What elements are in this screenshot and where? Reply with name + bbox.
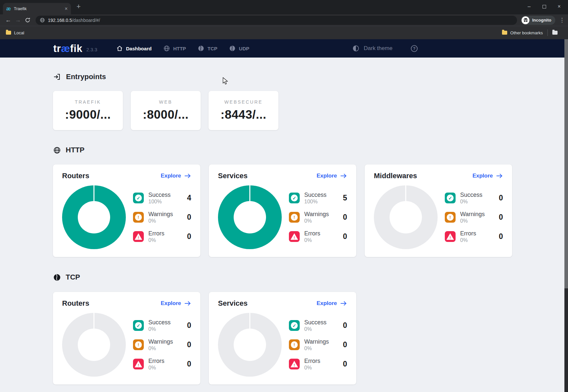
back-icon[interactable]: ← <box>3 17 13 24</box>
http-services-card: Services Explore ✓ Success100% 5 <box>209 164 356 257</box>
nav-http[interactable]: HTTP <box>163 45 186 52</box>
legend-value: 0 <box>499 213 503 222</box>
reading-list-folder-icon[interactable] <box>552 31 558 35</box>
http-section-heading: HTTP <box>53 146 84 154</box>
url-bar[interactable]: 192.168.0.5/dashboard/#/ <box>36 16 517 25</box>
theme-contrast-icon[interactable] <box>352 45 359 52</box>
legend-label: Warnings <box>148 211 173 218</box>
url-path: /dashboard/#/ <box>72 18 100 23</box>
legend-row-errors: ! Errors0% 0 <box>133 230 191 243</box>
legend-value: 5 <box>343 194 347 202</box>
legend-value: 0 <box>187 232 191 241</box>
tcp-section-heading: TCP <box>53 273 80 281</box>
legend-value: 0 <box>187 213 191 222</box>
globe-icon <box>163 45 170 52</box>
home-icon <box>116 45 123 52</box>
forward-icon[interactable]: → <box>13 17 23 24</box>
explore-link[interactable]: Explore <box>473 173 503 179</box>
arrow-right-icon <box>496 173 503 179</box>
legend-row-warnings: ! Warnings0% 0 <box>445 211 503 224</box>
legend-percent: 0% <box>304 345 329 351</box>
donut-chart <box>62 313 126 377</box>
card-title: Services <box>218 299 248 308</box>
legend-row-errors: ! Errors0% 0 <box>133 358 191 371</box>
success-icon: ✓ <box>133 320 144 331</box>
explore-link[interactable]: Explore <box>317 173 347 179</box>
legend-value: 0 <box>343 213 347 222</box>
entrypoint-port: :9000/... <box>65 108 111 122</box>
folder-icon <box>502 31 507 35</box>
arrow-right-icon <box>340 173 347 179</box>
legend-row-errors: ! Errors0% 0 <box>445 230 503 243</box>
explore-link[interactable]: Explore <box>161 173 191 179</box>
legend-label: Success <box>148 192 171 198</box>
help-button[interactable]: ? <box>410 45 418 52</box>
legend-percent: 100% <box>304 198 326 205</box>
incognito-badge: Incognito <box>521 16 555 25</box>
other-bookmarks-label: Other bookmarks <box>510 30 543 35</box>
explore-link[interactable]: Explore <box>161 300 191 307</box>
legend-row-errors: ! Errors0% 0 <box>289 358 347 371</box>
legend-percent: 0% <box>460 237 476 243</box>
explore-link[interactable]: Explore <box>317 300 347 307</box>
entrypoints-icon <box>53 73 61 81</box>
http-middlewares-card: Middlewares Explore ✓ Success0% 0 <box>365 164 512 257</box>
legend-label: Success <box>460 192 482 198</box>
success-icon: ✓ <box>289 320 300 331</box>
entrypoint-card-websecure: WEBSECURE :8443/... <box>209 91 278 130</box>
nav-tcp[interactable]: TCP <box>198 45 217 52</box>
legend-value: 0 <box>187 340 191 349</box>
legend-value: 0 <box>499 194 503 202</box>
explore-label: Explore <box>317 173 337 179</box>
legend-label: Success <box>148 319 171 326</box>
legend-label: Errors <box>148 358 164 365</box>
legend-row-success: ✓ Success100% 4 <box>133 192 191 205</box>
warning-icon: ! <box>445 212 456 223</box>
legend-row-errors: ! Errors0% 0 <box>289 230 347 243</box>
scrollbar-thumb[interactable] <box>564 39 568 288</box>
arrow-right-icon <box>340 301 347 306</box>
browser-tab[interactable]: æ Traefik × <box>3 3 71 14</box>
entrypoint-name: WEB <box>159 99 173 105</box>
site-info-icon[interactable] <box>40 18 45 23</box>
window-maximize-button[interactable] <box>537 0 552 13</box>
legend-row-success: ✓ Success100% 5 <box>289 192 347 205</box>
entrypoint-name: WEBSECURE <box>224 99 262 105</box>
legend-label: Warnings <box>304 211 329 218</box>
legend-value: 0 <box>187 360 191 368</box>
dark-theme-label[interactable]: Dark theme <box>364 45 393 52</box>
nav-dashboard[interactable]: Dashboard <box>116 45 152 52</box>
legend-row-warnings: ! Warnings0% 0 <box>289 338 347 351</box>
udp-icon <box>229 45 236 52</box>
globe-icon <box>53 146 61 154</box>
legend-row-success: ✓ Success0% 0 <box>133 319 191 332</box>
legend-row-success: ✓ Success0% 0 <box>445 192 503 205</box>
new-tab-button[interactable]: + <box>76 2 81 11</box>
bookmark-local[interactable]: Local <box>6 30 24 35</box>
explore-label: Explore <box>161 173 181 179</box>
divider <box>547 29 548 36</box>
legend-label: Warnings <box>304 338 329 345</box>
entrypoint-port: :8000/... <box>143 108 189 122</box>
window-close-button[interactable]: × <box>552 0 567 13</box>
url-host: 192.168.0.5 <box>48 18 72 23</box>
nav-udp[interactable]: UDP <box>229 45 249 52</box>
tcp-icon <box>198 45 204 52</box>
reload-icon[interactable] <box>23 17 33 23</box>
legend-percent: 0% <box>148 345 173 351</box>
entrypoint-name: TRAEFIK <box>75 99 101 105</box>
explore-label: Explore <box>473 173 493 179</box>
folder-icon <box>6 31 11 35</box>
tab-title: Traefik <box>14 6 61 11</box>
help-icon: ? <box>410 45 418 52</box>
entrypoints-heading: Entrypoints <box>53 73 106 81</box>
bookmarks-bar: Local Other bookmarks <box>0 26 568 39</box>
other-bookmarks[interactable]: Other bookmarks <box>502 30 543 35</box>
traefik-header: træfik 2.3.3 Dashboard HTTP TCP <box>0 39 568 58</box>
legend-percent: 0% <box>304 326 326 332</box>
warning-icon: ! <box>289 212 300 223</box>
window-minimize-button[interactable]: – <box>522 0 537 13</box>
tab-close-icon[interactable]: × <box>65 6 68 11</box>
legend-label: Errors <box>304 358 320 365</box>
browser-menu-icon[interactable]: ⋮ <box>559 17 565 24</box>
